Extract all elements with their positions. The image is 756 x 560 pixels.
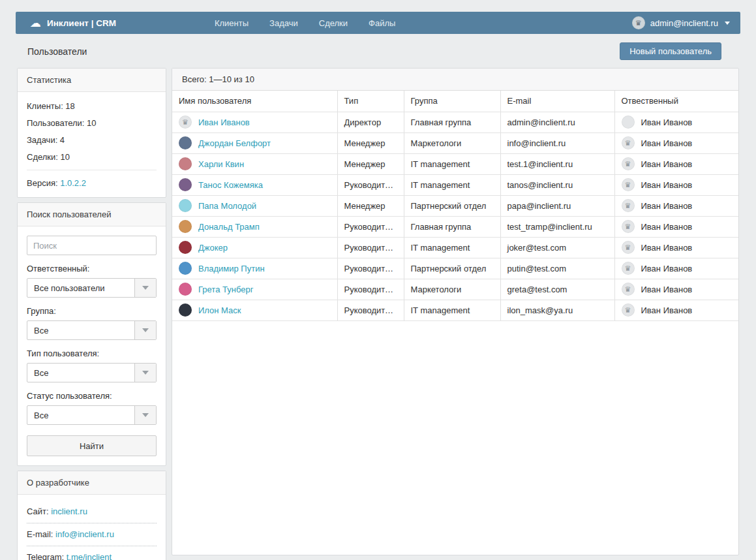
user-group: Главная группа bbox=[404, 216, 500, 237]
stat-users: Пользователи: 10 bbox=[27, 118, 157, 128]
user-group: Главная группа bbox=[404, 112, 500, 132]
crown-icon: ♛ bbox=[625, 307, 631, 314]
responsible-name: Иван Иванов bbox=[641, 180, 693, 190]
user-type-select[interactable]: Все bbox=[27, 363, 157, 382]
header-type: Тип bbox=[337, 91, 404, 112]
user-avatar bbox=[179, 220, 192, 233]
about-email-label: E-mail: bbox=[27, 529, 55, 539]
user-type: Руководитель bbox=[337, 237, 404, 258]
chevron-down-icon bbox=[142, 328, 149, 332]
table-row: Папа Молодой Менеджер Партнерский отдел … bbox=[172, 195, 738, 216]
user-type: Руководитель bbox=[337, 258, 404, 279]
divider bbox=[27, 170, 157, 170]
user-name-link[interactable]: Джокер bbox=[198, 243, 228, 253]
telegram-link[interactable]: t.me/inclient bbox=[67, 552, 112, 560]
responsible-avatar: ♛ bbox=[622, 136, 635, 149]
select-addon bbox=[134, 406, 156, 424]
user-name-link[interactable]: Дональд Трамп bbox=[198, 222, 260, 232]
user-name-link[interactable]: Танос Кожемяка bbox=[198, 180, 263, 190]
about-telegram-row: Telegram: t.me/inclient bbox=[27, 546, 157, 560]
filter-label-user-type: Тип пользователя: bbox=[27, 349, 157, 358]
sidebar: Статистика Клиенты: 18 Пользователи: 10 … bbox=[17, 68, 166, 560]
user-email: greta@test.com bbox=[500, 279, 614, 300]
user-email: joker@test.com bbox=[500, 237, 614, 258]
about-site-label: Сайт: bbox=[27, 506, 51, 516]
user-type: Руководитель bbox=[337, 279, 404, 300]
about-site-row: Сайт: inclient.ru bbox=[27, 504, 157, 523]
user-group: Партнерский отдел bbox=[404, 195, 500, 216]
chevron-down-icon bbox=[142, 371, 149, 375]
stat-tasks: Задачи: 4 bbox=[27, 135, 157, 145]
results-summary: Всего: 1—10 из 10 bbox=[172, 69, 738, 91]
user-group: IT management bbox=[404, 174, 500, 195]
user-name-link[interactable]: Илон Маск bbox=[198, 305, 241, 315]
table-row: Джордан Белфорт Менеджер Маркетологи inf… bbox=[172, 132, 738, 153]
filter-label-responsible: Ответственный: bbox=[27, 264, 157, 273]
user-email: putin@test.com bbox=[500, 258, 614, 279]
user-name-link[interactable]: Харли Квин bbox=[198, 159, 244, 169]
version-link[interactable]: 1.0.2.2 bbox=[60, 178, 86, 188]
responsible-select[interactable]: Все пользователи bbox=[27, 278, 157, 298]
about-panel-title: О разработчике bbox=[18, 471, 166, 495]
user-name-link[interactable]: Грета Тунберг bbox=[198, 285, 253, 294]
responsible-name: Иван Иванов bbox=[641, 264, 693, 273]
page-title: Пользователи bbox=[27, 46, 87, 57]
select-addon bbox=[134, 321, 156, 339]
nav-item-tasks[interactable]: Задачи bbox=[259, 12, 309, 34]
search-input[interactable] bbox=[27, 236, 157, 255]
table-row: Джокер Руководитель IT management joker@… bbox=[172, 237, 738, 258]
table-row: Танос Кожемяка Руководитель IT managemen… bbox=[172, 174, 738, 195]
user-email: ilon_mask@ya.ru bbox=[500, 300, 614, 320]
user-status-select[interactable]: Все bbox=[27, 405, 157, 425]
responsible-avatar: ♛ bbox=[622, 199, 635, 212]
user-email: tanos@inclient.ru bbox=[500, 174, 614, 195]
header-group: Группа bbox=[404, 91, 500, 112]
nav-item-clients[interactable]: Клиенты bbox=[204, 12, 259, 34]
responsible-avatar bbox=[622, 116, 635, 129]
user-menu[interactable]: ♛ admin@inclient.ru bbox=[622, 12, 740, 34]
user-type: Руководитель bbox=[337, 174, 404, 195]
new-user-button[interactable]: Новый пользователь bbox=[620, 42, 721, 60]
stat-clients: Клиенты: 18 bbox=[27, 101, 157, 111]
responsible-avatar: ♛ bbox=[622, 220, 635, 233]
site-link[interactable]: inclient.ru bbox=[51, 506, 87, 516]
about-panel: О разработчике Сайт: inclient.ru E-mail:… bbox=[17, 471, 166, 560]
user-name-link[interactable]: Иван Иванов bbox=[198, 117, 250, 127]
email-link[interactable]: info@inclient.ru bbox=[55, 529, 114, 539]
group-select[interactable]: Все bbox=[27, 320, 157, 340]
crown-icon: ♛ bbox=[625, 265, 631, 272]
responsible-name: Иван Иванов bbox=[641, 222, 693, 232]
user-email: admin@inclient.ru bbox=[500, 112, 614, 132]
user-avatar bbox=[179, 303, 192, 317]
user-type: Менеджер bbox=[337, 195, 404, 216]
responsible-avatar: ♛ bbox=[622, 262, 635, 275]
main-nav: Клиенты Задачи Сделки Файлы bbox=[204, 12, 406, 34]
chevron-down-icon bbox=[142, 286, 149, 290]
responsible-name: Иван Иванов bbox=[641, 243, 693, 253]
crown-icon: ♛ bbox=[625, 286, 631, 293]
responsible-name: Иван Иванов bbox=[641, 305, 693, 315]
user-avatar bbox=[179, 199, 192, 212]
nav-item-files[interactable]: Файлы bbox=[358, 12, 406, 34]
user-avatar bbox=[179, 262, 192, 275]
top-navbar: ☁ Инклиент | CRM Клиенты Задачи Сделки Ф… bbox=[16, 12, 740, 34]
user-avatar bbox=[179, 136, 192, 149]
brand-logo[interactable]: ☁ Инклиент | CRM bbox=[16, 18, 129, 29]
crown-icon: ♛ bbox=[625, 223, 631, 230]
user-type: Менеджер bbox=[337, 153, 404, 174]
users-table: Имя пользователя Тип Группа E-mail Отвес… bbox=[172, 91, 738, 321]
user-name-link[interactable]: Папа Молодой bbox=[198, 201, 256, 211]
nav-item-deals[interactable]: Сделки bbox=[309, 12, 358, 34]
user-name-link[interactable]: Джордан Белфорт bbox=[198, 138, 271, 148]
responsible-avatar: ♛ bbox=[622, 283, 635, 296]
search-submit-button[interactable]: Найти bbox=[27, 435, 157, 456]
header-email: E-mail bbox=[500, 91, 614, 112]
brand-label: Инклиент | CRM bbox=[47, 18, 116, 28]
crown-icon: ♛ bbox=[625, 140, 631, 147]
responsible-name: Иван Иванов bbox=[641, 285, 693, 294]
responsible-name: Иван Иванов bbox=[641, 201, 693, 211]
group-select-value: Все bbox=[27, 321, 134, 339]
table-row: Владимир Путин Руководитель Партнерский … bbox=[172, 258, 738, 279]
crown-icon: ♛ bbox=[625, 202, 631, 210]
user-name-link[interactable]: Владимир Путин bbox=[198, 264, 265, 273]
